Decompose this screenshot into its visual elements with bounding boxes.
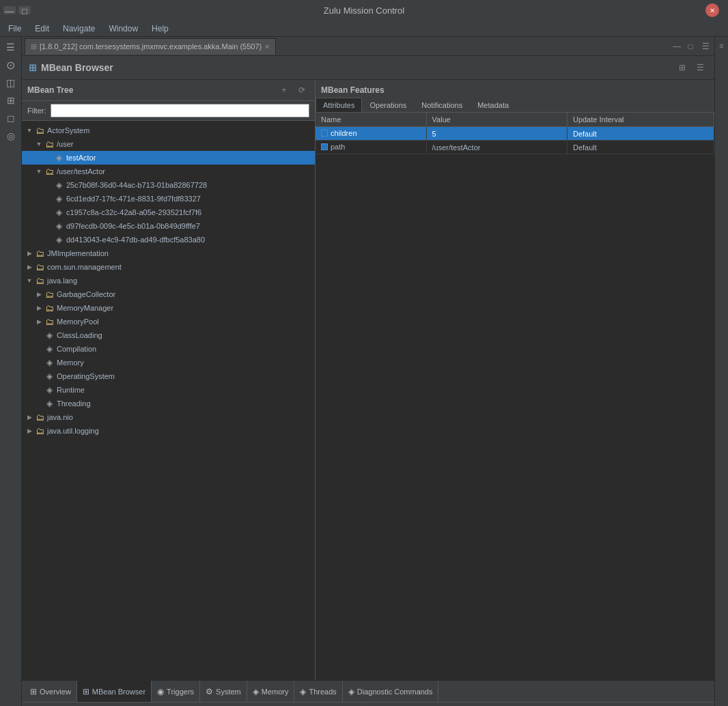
maximize-button[interactable]: □ — [18, 6, 31, 14]
resize-handle[interactable]: · · · · · — [22, 702, 714, 706]
table-row[interactable]: path /user/testActor Default — [316, 141, 714, 154]
mbeanbrowser-label: MBean Browser — [92, 688, 145, 696]
sidebar-icon-4[interactable]: ⊞ — [3, 93, 18, 108]
tree-node-usertestactor[interactable]: ▼ 🗂 /user/testActor — [22, 165, 315, 178]
tree-node-runtime[interactable]: ◈ Runtime — [22, 383, 315, 397]
menu-help[interactable]: Help — [149, 23, 171, 35]
mbean-icon-memory: ◈ — [44, 357, 55, 368]
tree-node-classloading[interactable]: ◈ ClassLoading — [22, 328, 315, 342]
sidebar-icon-6[interactable]: ◎ — [3, 128, 18, 143]
node-label-testactor: testActor — [66, 154, 96, 162]
tree-node-actorsystem[interactable]: ▼ 🗂 ActorSystem — [22, 124, 315, 137]
minimize-button[interactable]: — — [3, 6, 16, 14]
right-sidebar: ≡ — [714, 37, 728, 706]
tree-node-uuid5[interactable]: ◈ dd413043-e4c9-47db-ad49-dfbcf5a83a80 — [22, 233, 315, 246]
tab-attributes[interactable]: Attributes — [316, 98, 362, 112]
system-icon: ⚙ — [206, 687, 213, 696]
node-label-memory: Memory — [57, 358, 84, 367]
menu-file[interactable]: File — [5, 23, 24, 35]
tree-node-memmanager[interactable]: ▶ 🗂 MemoryManager — [22, 301, 315, 315]
mbean-features: MBean Features Attributes Operations Not… — [316, 80, 714, 680]
folder-icon-mempool: 🗂 — [44, 316, 55, 327]
tree-node-javalang[interactable]: ▼ 🗂 java.lang — [22, 274, 315, 287]
tree-refresh-button[interactable]: ⟳ — [294, 83, 309, 98]
toggle-javanio[interactable]: ▶ — [25, 414, 34, 421]
right-sidebar-toggle[interactable]: ☰ — [699, 40, 712, 53]
sidebar-icon-5[interactable]: ◻ — [3, 111, 18, 126]
tree-node-comsun[interactable]: ▶ 🗂 com.sun.management — [22, 260, 315, 274]
children-label: children — [331, 129, 357, 137]
threads-label: Threads — [309, 688, 336, 696]
grid-view-button[interactable]: ⊞ — [675, 60, 690, 75]
bottom-tab-system[interactable]: ⚙ System — [200, 681, 247, 702]
tree-node-threading[interactable]: ◈ Threading — [22, 397, 315, 410]
node-label-threading: Threading — [57, 399, 91, 408]
menu-edit[interactable]: Edit — [32, 23, 52, 35]
tab-operations[interactable]: Operations — [362, 98, 414, 112]
col-value: Value — [426, 113, 567, 127]
node-label-javalang: java.lang — [47, 277, 77, 285]
tree-node-uuid2[interactable]: ◈ 6cd1edd7-17fc-471e-8831-9fd7fdf83327 — [22, 192, 315, 206]
tab-notifications[interactable]: Notifications — [414, 98, 470, 112]
tree-content: ▼ 🗂 ActorSystem ▼ 🗂 /user — [22, 121, 315, 680]
toggle-mempool[interactable]: ▶ — [34, 318, 44, 325]
blue-square-icon — [321, 130, 328, 137]
overview-icon: ⊞ — [30, 687, 37, 696]
list-view-button[interactable]: ☰ — [692, 60, 708, 75]
toggle-usertestactor[interactable]: ▼ — [34, 168, 44, 175]
bottom-tab-triggers[interactable]: ◉ Triggers — [152, 681, 200, 702]
filter-input[interactable] — [51, 104, 310, 117]
node-label-uuid5: dd413043-e4c9-47db-ad49-dfbcf5a83a80 — [66, 236, 205, 244]
folder-icon-gc: 🗂 — [44, 289, 55, 300]
sidebar-icon-1[interactable]: ☰ — [3, 40, 18, 55]
node-label-gc: GarbageCollector — [57, 290, 115, 298]
toggle-javalang[interactable]: ▼ — [25, 277, 34, 284]
tree-node-os[interactable]: ◈ OperatingSystem — [22, 369, 315, 383]
right-sidebar-icon-1[interactable]: ≡ — [716, 40, 728, 52]
table-row[interactable]: children 5 Default — [316, 127, 714, 141]
sidebar-icon-2[interactable]: ⊙ — [3, 57, 18, 72]
tree-node-compilation[interactable]: ◈ Compilation — [22, 342, 315, 356]
tree-node-uuid1[interactable]: ◈ 25c7b08f-36d0-44ac-b713-01ba82867728 — [22, 178, 315, 192]
tree-node-memory[interactable]: ◈ Memory — [22, 356, 315, 369]
system-label: System — [216, 688, 241, 696]
tab-close-icon[interactable]: ✕ — [264, 43, 270, 51]
bottom-tab-memory[interactable]: ◈ Memory — [247, 681, 295, 702]
tree-node-mempool[interactable]: ▶ 🗂 MemoryPool — [22, 315, 315, 328]
tree-node-javautillogging[interactable]: ▶ 🗂 java.util.logging — [22, 424, 315, 438]
tree-node-uuid3[interactable]: ◈ c1957c8a-c32c-42a8-a05e-293521fcf7f6 — [22, 206, 315, 219]
close-button[interactable]: ✕ — [705, 3, 719, 17]
toggle-gc[interactable]: ▶ — [34, 291, 44, 298]
main-tab[interactable]: ⊞ [1.8.0_212] com.tersesystems.jmxmvc.ex… — [25, 38, 276, 55]
tab-strip-minimize[interactable]: — — [671, 40, 683, 53]
bottom-tab-overview[interactable]: ⊞ Overview — [25, 681, 77, 702]
bottom-tab-diagnostic[interactable]: ◈ Diagnostic Commands — [343, 681, 439, 702]
toggle-javautillogging[interactable]: ▶ — [25, 427, 34, 434]
tree-node-user[interactable]: ▼ 🗂 /user — [22, 137, 315, 151]
tab-strip-maximize[interactable]: □ — [684, 40, 697, 53]
tree-node-javanio[interactable]: ▶ 🗂 java.nio — [22, 410, 315, 424]
tree-node-gc[interactable]: ▶ 🗂 GarbageCollector — [22, 287, 315, 301]
tree-node-uuid4[interactable]: ◈ d97fecdb-009c-4e5c-b01a-0b849d9fffe7 — [22, 219, 315, 233]
tree-add-button[interactable]: + — [277, 83, 292, 98]
bottom-tab-threads[interactable]: ◈ Threads — [294, 681, 342, 702]
tree-node-jmimpl[interactable]: ▶ 🗂 JMImplementation — [22, 246, 315, 260]
tab-metadata[interactable]: Metadata — [470, 98, 516, 112]
toggle-actorsystem[interactable]: ▼ — [25, 127, 34, 134]
row-interval-path: Default — [567, 141, 714, 154]
tree-toolbar: MBean Tree + ⟳ — [22, 80, 315, 101]
toggle-user[interactable]: ▼ — [34, 141, 44, 147]
menu-navigate[interactable]: Navigate — [60, 23, 98, 35]
mbean-panel: ⊞ MBean Browser ⊞ ☰ MBean Tree + — [22, 56, 714, 680]
tree-node-testactor[interactable]: ◈ testActor — [22, 151, 315, 165]
diagnostic-icon: ◈ — [348, 687, 354, 696]
node-label-mempool: MemoryPool — [57, 317, 99, 326]
toggle-jmimpl[interactable]: ▶ — [25, 250, 34, 257]
toggle-comsun[interactable]: ▶ — [25, 264, 34, 270]
sidebar-icon-3[interactable]: ◫ — [3, 75, 18, 90]
bottom-tab-mbeanbrowser[interactable]: ⊞ MBean Browser — [77, 681, 152, 702]
menu-window[interactable]: Window — [106, 23, 141, 35]
folder-icon-comsun: 🗂 — [34, 262, 45, 272]
toggle-memmanager[interactable]: ▶ — [34, 305, 44, 311]
threads-icon: ◈ — [300, 687, 306, 696]
